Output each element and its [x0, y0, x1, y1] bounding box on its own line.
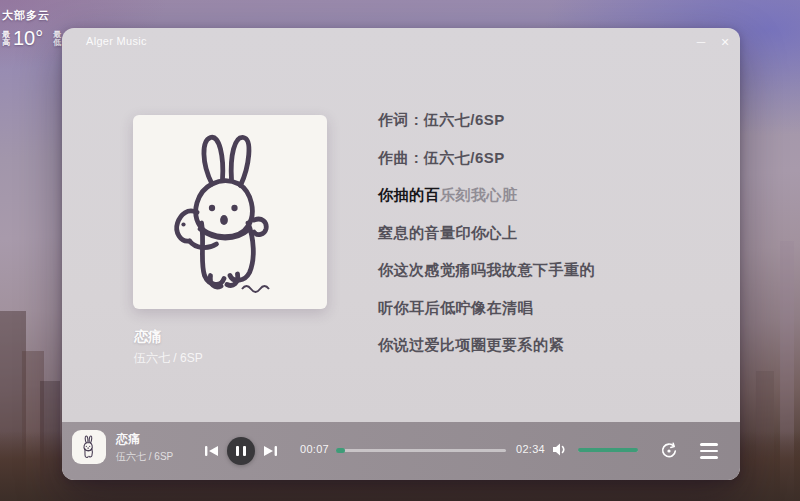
lyrics-panel: 作词 : 伍六七/6SP 作曲 : 伍六七/6SP 你抽的百乐刻我心脏 窒息的音… — [378, 102, 708, 365]
lyric-line-lyricist[interactable]: 作词 : 伍六七/6SP — [378, 102, 708, 140]
pause-button[interactable] — [227, 422, 255, 480]
playerbar-track-title: 恋痛 — [116, 431, 140, 448]
music-player-window: Alger Music ─ ✕ — [62, 28, 740, 480]
track-thumbnail[interactable] — [72, 430, 106, 464]
lyric-current-unsung: 乐刻我心脏 — [440, 186, 518, 205]
rabbit-thumbnail-icon — [78, 434, 100, 460]
progress-rail — [336, 449, 506, 452]
playerbar-track-artist: 伍六七 / 6SP — [116, 450, 173, 464]
album-art — [133, 115, 327, 309]
lyric-line[interactable]: 听你耳后低咛像在清唱 — [378, 290, 708, 328]
lyric-line-composer[interactable]: 作曲 : 伍六七/6SP — [378, 140, 708, 178]
player-bar: 恋痛 伍六七 / 6SP 00:07 02:34 — [62, 422, 740, 480]
current-time: 00:07 — [300, 443, 329, 455]
weather-high-temp: 10° — [13, 27, 43, 50]
volume-fill — [578, 448, 638, 452]
play-mode-loop-icon — [660, 442, 678, 460]
window-titlebar[interactable]: Alger Music ─ ✕ — [62, 28, 740, 56]
lyric-current-sung: 你抽的百 — [378, 186, 440, 205]
close-button[interactable]: ✕ — [714, 31, 736, 53]
speaker-icon — [552, 442, 569, 457]
next-track-icon — [263, 445, 277, 457]
progress-bar[interactable] — [336, 448, 506, 453]
next-track-button[interactable] — [258, 422, 282, 480]
window-title: Alger Music — [86, 35, 147, 47]
pause-icon — [227, 437, 255, 465]
weather-high-label: 最高 — [2, 31, 12, 47]
volume-slider[interactable] — [578, 448, 638, 452]
previous-track-button[interactable] — [200, 422, 224, 480]
progress-fill — [336, 448, 345, 453]
lyric-line[interactable]: 你说过爱比项圈更要系的紧 — [378, 327, 708, 365]
rabbit-illustration — [155, 130, 305, 295]
song-artist: 伍六七 / 6SP — [134, 350, 203, 367]
lyric-line-current[interactable]: 你抽的百乐刻我心脏 — [378, 177, 708, 215]
volume-button[interactable] — [552, 442, 569, 461]
previous-track-icon — [205, 445, 219, 457]
lyric-line[interactable]: 窒息的音量印你心上 — [378, 215, 708, 253]
total-time: 02:34 — [516, 443, 545, 455]
playlist-button[interactable] — [700, 443, 718, 459]
lyric-line[interactable]: 你这次感觉痛吗我故意下手重的 — [378, 252, 708, 290]
artist-signature — [242, 286, 269, 292]
weather-condition: 大部多云 — [2, 8, 83, 23]
minimize-button[interactable]: ─ — [690, 31, 712, 53]
play-mode-button[interactable] — [660, 442, 678, 460]
playlist-icon — [700, 443, 718, 446]
song-title: 恋痛 — [134, 328, 162, 346]
